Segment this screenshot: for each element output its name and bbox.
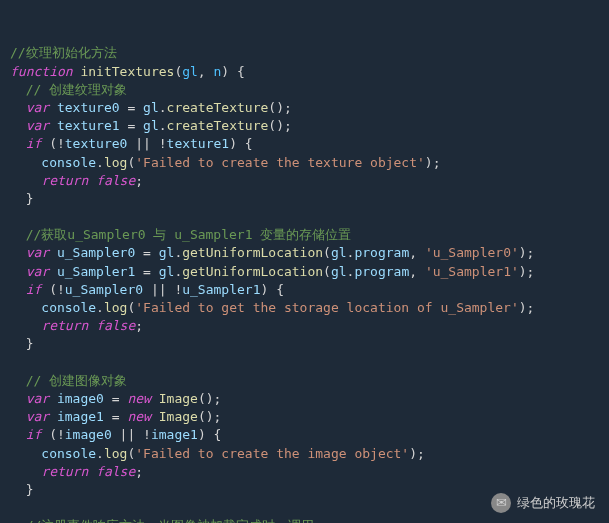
keyword-var: var xyxy=(26,245,49,260)
keyword-var: var xyxy=(26,100,49,115)
watermark-text: 绿色的玫瑰花 xyxy=(517,494,595,512)
keyword-false: false xyxy=(96,173,135,188)
string: 'u_Sampler1' xyxy=(425,264,519,279)
comment: //注册事件响应方法，当图像被加载完成时，调用 xyxy=(26,518,315,523)
method: log xyxy=(104,155,127,170)
identifier: image0 xyxy=(57,391,104,406)
identifier: image1 xyxy=(151,427,198,442)
identifier: gl xyxy=(331,245,347,260)
identifier: texture1 xyxy=(57,118,120,133)
keyword-function: function xyxy=(10,64,73,79)
string: 'Failed to create the image object' xyxy=(135,446,409,461)
keyword-return: return xyxy=(41,173,88,188)
property: program xyxy=(354,245,409,260)
identifier: image1 xyxy=(57,409,104,424)
keyword-if: if xyxy=(26,427,42,442)
method: createTexture xyxy=(167,100,269,115)
identifier: u_Sampler0 xyxy=(65,282,143,297)
string: 'u_Sampler0' xyxy=(425,245,519,260)
code-editor: //纹理初始化方法 function initTextures(gl, n) {… xyxy=(10,44,599,523)
keyword-var: var xyxy=(26,118,49,133)
identifier: texture0 xyxy=(57,100,120,115)
identifier: u_Sampler0 xyxy=(57,245,135,260)
identifier: texture1 xyxy=(167,136,230,151)
identifier: image0 xyxy=(65,427,112,442)
string: 'Failed to get the storage location of u… xyxy=(135,300,519,315)
keyword-var: var xyxy=(26,409,49,424)
keyword-var: var xyxy=(26,264,49,279)
keyword-return: return xyxy=(41,464,88,479)
method: getUniformLocation xyxy=(182,245,323,260)
comment: // 创建纹理对象 xyxy=(26,82,127,97)
property: program xyxy=(354,264,409,279)
identifier: gl xyxy=(159,245,175,260)
identifier: u_Sampler1 xyxy=(57,264,135,279)
identifier: gl xyxy=(143,118,159,133)
method: getUniformLocation xyxy=(182,264,323,279)
identifier: console xyxy=(41,155,96,170)
comment: //纹理初始化方法 xyxy=(10,45,117,60)
keyword-if: if xyxy=(26,136,42,151)
class-name: Image xyxy=(159,391,198,406)
method: log xyxy=(104,446,127,461)
keyword-false: false xyxy=(96,318,135,333)
string: 'Failed to create the texture object' xyxy=(135,155,425,170)
comment: //获取u_Sampler0 与 u_Sampler1 变量的存储位置 xyxy=(26,227,352,242)
identifier: gl xyxy=(331,264,347,279)
identifier: texture0 xyxy=(65,136,128,151)
identifier: gl xyxy=(143,100,159,115)
identifier: gl xyxy=(159,264,175,279)
identifier: console xyxy=(41,300,96,315)
method: createTexture xyxy=(167,118,269,133)
keyword-return: return xyxy=(41,318,88,333)
keyword-new: new xyxy=(127,391,150,406)
method: log xyxy=(104,300,127,315)
watermark: ✉绿色的玫瑰花 xyxy=(491,493,595,513)
fn-name: initTextures xyxy=(80,64,174,79)
param: gl xyxy=(182,64,198,79)
keyword-new: new xyxy=(127,409,150,424)
keyword-false: false xyxy=(96,464,135,479)
identifier: u_Sampler1 xyxy=(182,282,260,297)
wechat-icon: ✉ xyxy=(491,493,511,513)
keyword-var: var xyxy=(26,391,49,406)
comment: // 创建图像对象 xyxy=(26,373,127,388)
class-name: Image xyxy=(159,409,198,424)
identifier: console xyxy=(41,446,96,461)
keyword-if: if xyxy=(26,282,42,297)
